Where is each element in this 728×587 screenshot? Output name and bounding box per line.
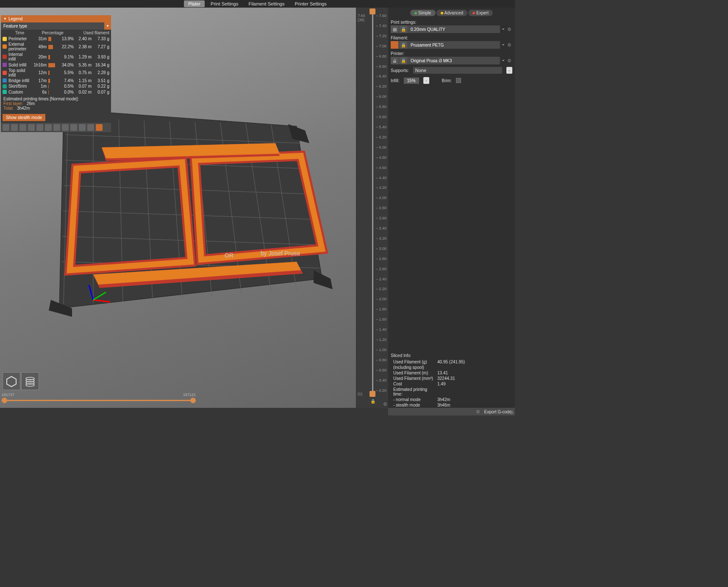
build-plate: OR by Josef Prusa	[25, 101, 339, 321]
tool-icon-3[interactable]	[19, 124, 26, 131]
legend-row[interactable]: Custom 6s 0.0% 0.02 m 0.07 g	[1, 89, 111, 94]
mode-advanced[interactable]: Advanced	[436, 10, 467, 16]
horizontal-slider[interactable]: 181737 187121	[2, 397, 196, 404]
hslider-left-label: 181737	[2, 393, 14, 397]
legend-row[interactable]: Skirt/Brim 1m 0.5% 0.07 m 0.22 g	[1, 83, 111, 89]
tab-plater[interactable]: Plater	[184, 0, 205, 7]
supports-value[interactable]: None	[413, 67, 502, 74]
ruler-tick: – 4.00	[376, 196, 386, 200]
legend-feature-select[interactable]	[1, 22, 104, 30]
ruler-tick: – 2.20	[376, 287, 386, 291]
brim-checkbox[interactable]	[456, 78, 461, 83]
filament-gear-icon[interactable]: ⚙	[506, 41, 512, 49]
legend-row[interactable]: External perimeter 49m 22.2% 2.38 m 7.27…	[1, 42, 111, 52]
infill-label: Infill:	[391, 78, 400, 83]
sliced-row: - normal mode3h42m	[391, 397, 512, 402]
infill-dropdown[interactable]: ⌄	[423, 77, 429, 84]
tool-icon-7[interactable]	[53, 124, 60, 131]
filament-value[interactable]: Prusament PETG	[408, 42, 500, 49]
view-3d-button[interactable]	[3, 372, 20, 390]
export-gcode-button[interactable]: Export G-code	[484, 410, 511, 414]
ruler-tick: – 3.40	[376, 226, 386, 230]
sliced-row: (including spool)	[391, 365, 512, 370]
ruler-thumb-top[interactable]	[370, 8, 375, 14]
ruler-gear-icon[interactable]: ⚙	[383, 401, 387, 407]
ruler-tick: – 0.80	[376, 358, 386, 362]
ruler-tick: – 7.40	[376, 24, 386, 28]
ruler-tick: – 5.00	[376, 145, 386, 150]
tool-icon-9[interactable]	[70, 124, 77, 131]
ruler-tick: – 6.60	[376, 64, 386, 69]
tool-icon-5[interactable]	[36, 124, 43, 131]
legend-row[interactable]: Internal infill 20m 9.1% 1.29 m 3.93 g	[1, 52, 111, 62]
ruler-tick: – 0.20	[376, 388, 386, 393]
tool-icon-10[interactable]	[79, 124, 86, 131]
tool-icon-8[interactable]	[62, 124, 69, 131]
ruler-tick: – 1.60	[376, 317, 386, 321]
print-settings-value[interactable]: 0.20mm QUALITY	[408, 26, 500, 33]
supports-dropdown[interactable]: ⌄	[506, 67, 512, 74]
sliced-info: Sliced Info Used Filament (g)40.95 (241.…	[391, 352, 512, 408]
ruler-tick: – 5.40	[376, 125, 386, 129]
tab-printer-settings[interactable]: Printer Settings	[290, 0, 331, 7]
legend-row[interactable]: Bridge infill 17m 7.4% 1.15 m 3.51 g	[1, 78, 111, 83]
filament-color-swatch[interactable]	[391, 41, 398, 49]
mode-selector: Simple Advanced Expert	[388, 8, 515, 18]
filament-label: Filament:	[391, 35, 512, 41]
printer-icon: 🖨	[391, 57, 398, 64]
ruler-tick: – 2.00	[376, 297, 386, 301]
layers-icon: ▤	[391, 25, 398, 33]
printer-dropdown[interactable]: ⌄	[501, 57, 505, 64]
printer-gear-icon[interactable]: ⚙	[506, 57, 512, 64]
layer-ruler[interactable]: 7.60 (38) 🔒 – 7.60– 7.40– 7.20– 7.00– 6.…	[357, 8, 388, 408]
ruler-tick: – 3.00	[376, 246, 386, 251]
show-stealth-button[interactable]: Show stealth mode	[3, 114, 45, 121]
print-settings-dropdown[interactable]: ⌄	[501, 25, 505, 33]
ruler-tick: – 7.60	[376, 14, 386, 18]
right-panel: Simple Advanced Expert Print settings: ▤…	[388, 8, 515, 415]
ruler-thumb-bottom[interactable]	[370, 391, 375, 397]
legend-feature-dropdown[interactable]: ▼	[104, 22, 111, 30]
ruler-tick: – 6.40	[376, 74, 386, 78]
print-settings-gear-icon[interactable]: ⚙	[506, 25, 512, 33]
svg-marker-4	[314, 270, 333, 289]
legend-row[interactable]: Solid infill 1h16m 34.0% 5.35 m 16.34 g	[1, 62, 111, 67]
hslider-handle-left[interactable]	[2, 398, 7, 403]
ruler-tick: – 4.60	[376, 166, 386, 170]
lock-icon: 🔒	[400, 57, 407, 64]
tool-icon-11[interactable]	[87, 124, 94, 131]
ruler-tick: – 1.40	[376, 327, 386, 332]
ruler-tick: – 5.60	[376, 115, 386, 119]
infill-input[interactable]	[404, 78, 419, 84]
tool-icon-1[interactable]	[3, 124, 9, 131]
ruler-tick: – 1.20	[376, 338, 386, 342]
ruler-tick: – 3.80	[376, 206, 386, 210]
export-gear-icon[interactable]: ⚙	[476, 409, 480, 415]
mode-expert[interactable]: Expert	[468, 10, 493, 16]
footer-gear-icon[interactable]: ⚙	[509, 410, 514, 415]
ruler-tick: – 3.60	[376, 216, 386, 220]
mode-simple[interactable]: Simple	[410, 10, 436, 16]
ruler-lock-icon[interactable]: 🔒	[370, 399, 375, 404]
filament-dropdown[interactable]: ⌄	[501, 41, 505, 49]
printer-value[interactable]: Original Prusa i3 MK3	[408, 57, 500, 64]
legend-row[interactable]: Top solid infill 12m 5.5% 0.75 m 2.28 g	[1, 68, 111, 78]
ruler-tick: – 5.80	[376, 105, 386, 109]
tab-print-settings[interactable]: Print Settings	[206, 0, 242, 7]
ruler-tick: – 0.60	[376, 368, 386, 372]
ruler-tick: – 5.20	[376, 135, 386, 139]
view-layers-button[interactable]	[21, 372, 39, 390]
legend-header[interactable]: Legend	[1, 15, 111, 22]
canvas-viewport[interactable]: OR by Josef Prusa Legend ▼ TimePercentag…	[0, 8, 356, 408]
supports-label: Supports:	[391, 68, 409, 73]
tool-icon-2[interactable]	[11, 124, 18, 131]
hslider-handle-right[interactable]	[190, 398, 196, 403]
lock-icon: 🔒	[400, 25, 407, 33]
tab-filament-settings[interactable]: Filament Settings	[244, 0, 289, 7]
tool-icon-4[interactable]	[28, 124, 35, 131]
legend-toolbar	[1, 123, 111, 132]
legend-row[interactable]: Perimeter 31m 13.9% 2.40 m 7.33 g	[1, 36, 111, 42]
ruler-top-sub: (38)	[358, 18, 365, 22]
tool-icon-6[interactable]	[45, 124, 52, 131]
tool-icon-12[interactable]	[96, 124, 103, 131]
